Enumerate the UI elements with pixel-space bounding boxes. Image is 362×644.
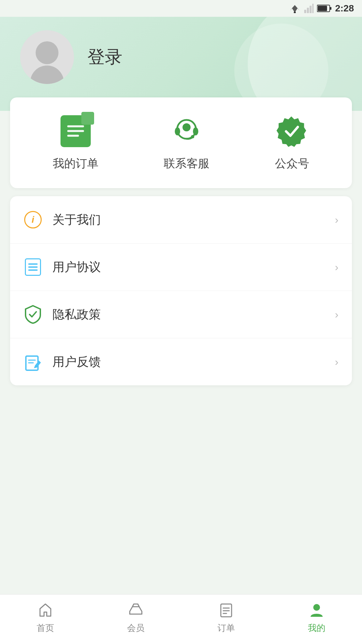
- about-us-chevron-icon: ›: [335, 214, 338, 226]
- svg-marker-0: [290, 5, 299, 12]
- avatar-head: [36, 41, 58, 64]
- about-us-icon: i: [24, 210, 42, 229]
- official-account-icon-wrap: [275, 114, 309, 148]
- edit-icon: [24, 353, 42, 371]
- privacy-policy-label: 隐私政策: [52, 306, 335, 323]
- official-account-label: 公众号: [275, 156, 309, 171]
- info-circle-icon: i: [24, 211, 42, 228]
- order-line-2: [67, 130, 84, 132]
- svg-rect-8: [318, 6, 327, 11]
- user-agreement-chevron-icon: ›: [335, 261, 338, 273]
- doc-line-3: [28, 269, 38, 271]
- customer-service-label: 联系客服: [164, 156, 209, 171]
- order-icon: [61, 115, 91, 147]
- home-nav-icon: [37, 601, 54, 619]
- shield-icon: [24, 305, 42, 324]
- privacy-policy-icon: [24, 305, 42, 324]
- avatar[interactable]: [20, 30, 74, 84]
- mine-nav-label: 我的: [308, 622, 325, 634]
- order-line-1: [67, 125, 84, 127]
- document-icon: [25, 258, 41, 276]
- battery-icon: [317, 4, 332, 12]
- privacy-policy-item[interactable]: 隐私政策 ›: [10, 291, 352, 338]
- my-orders-icon-wrap: [59, 114, 92, 148]
- svg-rect-5: [312, 4, 314, 13]
- member-nav-label: 会员: [127, 622, 145, 634]
- user-feedback-icon: [24, 352, 42, 371]
- nav-member[interactable]: 会员: [90, 601, 181, 634]
- order-nav-icon: [217, 601, 235, 619]
- customer-service-icon-wrap: [170, 114, 203, 148]
- user-feedback-label: 用户反馈: [52, 354, 335, 370]
- svg-point-1: [294, 11, 296, 13]
- svg-rect-4: [310, 6, 312, 13]
- member-nav-icon: [127, 601, 145, 619]
- svg-rect-2: [304, 10, 306, 13]
- svg-marker-14: [277, 116, 306, 147]
- order-lines: [67, 125, 84, 137]
- doc-line-2: [28, 266, 38, 268]
- doc-line-1: [28, 263, 38, 265]
- bottom-nav: 首页 会员 订单: [0, 594, 362, 644]
- quick-actions-row: 我的订单 联系客服: [20, 114, 342, 171]
- about-us-item[interactable]: i 关于我们 ›: [10, 196, 352, 244]
- headset-icon: [171, 115, 203, 147]
- user-feedback-item[interactable]: 用户反馈 ›: [10, 338, 352, 385]
- signal-icon: [304, 4, 314, 13]
- order-nav-label: 订单: [217, 622, 235, 634]
- user-agreement-item[interactable]: 用户协议 ›: [10, 244, 352, 291]
- my-orders-label: 我的订单: [53, 156, 98, 171]
- svg-point-10: [183, 123, 191, 131]
- home-nav-label: 首页: [37, 622, 54, 634]
- main-content: 我的订单 联系客服: [0, 97, 362, 447]
- official-account-action[interactable]: 公众号: [275, 114, 309, 171]
- wifi-icon: [289, 4, 301, 13]
- menu-card: i 关于我们 › 用户协议 ›: [10, 196, 352, 385]
- svg-point-11: [175, 127, 180, 135]
- order-line-3: [67, 135, 79, 137]
- svg-point-12: [193, 127, 198, 135]
- profile-header: 登录: [0, 17, 362, 111]
- status-time: 2:28: [335, 3, 354, 14]
- status-bar: 2:28: [0, 0, 362, 17]
- svg-rect-7: [330, 7, 331, 10]
- user-agreement-icon: [24, 258, 42, 276]
- about-us-label: 关于我们: [52, 212, 335, 228]
- customer-service-action[interactable]: 联系客服: [164, 114, 209, 171]
- nav-order[interactable]: 订单: [181, 601, 272, 634]
- user-feedback-chevron-icon: ›: [335, 356, 338, 368]
- nav-home[interactable]: 首页: [0, 601, 90, 634]
- verified-badge-icon: [276, 115, 308, 147]
- nav-mine[interactable]: 我的: [272, 601, 362, 634]
- avatar-body: [30, 66, 64, 84]
- svg-point-13: [191, 135, 194, 138]
- login-label[interactable]: 登录: [87, 45, 122, 69]
- svg-rect-3: [307, 8, 309, 13]
- svg-point-24: [313, 604, 320, 611]
- mine-nav-icon: [308, 601, 325, 619]
- status-icons: 2:28: [289, 3, 354, 14]
- quick-actions-card: 我的订单 联系客服: [10, 97, 352, 188]
- user-agreement-label: 用户协议: [52, 259, 335, 275]
- privacy-policy-chevron-icon: ›: [335, 308, 338, 321]
- my-orders-action[interactable]: 我的订单: [53, 114, 98, 171]
